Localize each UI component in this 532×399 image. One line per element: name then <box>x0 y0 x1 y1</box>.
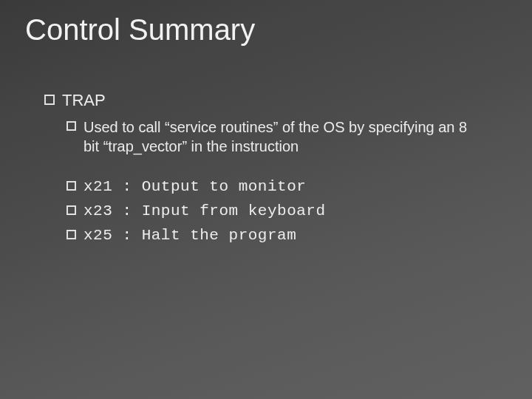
list-item: x21 : Output to monitor <box>66 177 502 197</box>
bullet-level1-text: TRAP <box>62 90 106 112</box>
separator: : <box>112 177 141 197</box>
bullet-level2: Used to call “service routines” of the O… <box>66 117 502 156</box>
trap-code: x23 <box>83 201 112 221</box>
slide-body: TRAP Used to call “service routines” of … <box>44 90 502 250</box>
trap-desc: Input from keyboard <box>142 201 326 221</box>
square-bullet-icon <box>44 95 55 105</box>
bullet-level2-text: Used to call “service routines” of the O… <box>83 117 468 156</box>
trap-code: x25 <box>83 225 112 245</box>
list-item: x23 : Input from keyboard <box>66 201 502 221</box>
separator: : <box>112 201 141 221</box>
separator: : <box>112 225 141 245</box>
trap-code: x21 <box>83 177 112 197</box>
square-bullet-icon <box>66 181 76 191</box>
square-bullet-icon <box>66 121 76 131</box>
square-bullet-icon <box>66 205 76 215</box>
square-bullet-icon <box>66 230 76 239</box>
list-item: x25 : Halt the program <box>66 225 502 245</box>
trap-desc: Halt the program <box>142 225 297 245</box>
slide-title: Control Summary <box>25 13 255 47</box>
slide: Control Summary TRAP Used to call “servi… <box>0 0 532 399</box>
trap-desc: Output to monitor <box>142 177 307 197</box>
trap-vector-list: x21 : Output to monitor x23 : Input from… <box>66 177 502 246</box>
bullet-level1: TRAP <box>44 90 502 112</box>
